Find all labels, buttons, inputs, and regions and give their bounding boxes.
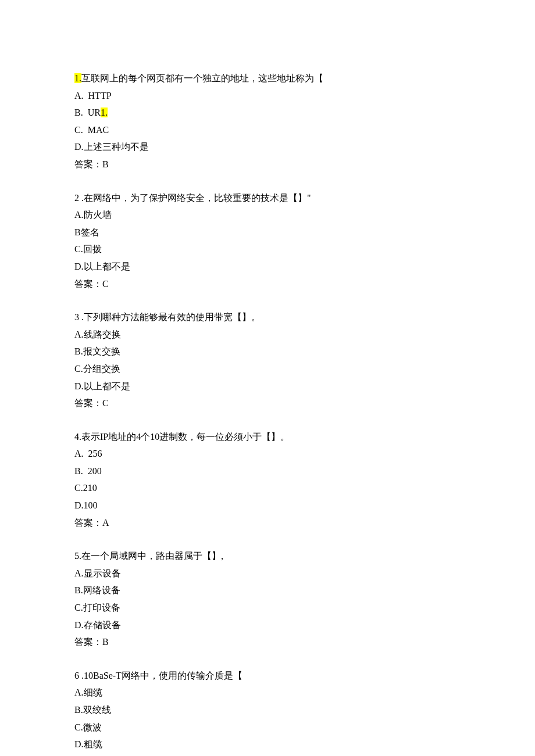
option-text-pre: B. UR xyxy=(74,108,101,117)
question-block: 5.在一个局域网中，路由器属于【】,A.显示设备B.网络设备C.打印设备D.存储… xyxy=(74,547,461,651)
option-text: A. HTTP xyxy=(74,91,112,101)
answer-line: 答案：A xyxy=(74,514,461,532)
option-text: C.回拨 xyxy=(74,244,102,254)
option-line: C.210 xyxy=(74,479,461,497)
option-text: D.以上都不是 xyxy=(74,261,130,271)
option-line: D.上述三种均不是 xyxy=(74,138,461,156)
option-line: C. MAC xyxy=(74,121,461,139)
question-text: 互联网上的每个网页都有一个独立的地址，这些地址称为【 xyxy=(81,73,323,83)
question-stem: 5.在一个局域网中，路由器属于【】, xyxy=(74,547,461,565)
option-line: B. 200 xyxy=(74,463,461,480)
question-text: 在一个局域网中，路由器属于【】, xyxy=(81,551,223,561)
option-text: D.100 xyxy=(74,500,98,510)
question-block: 4.表示IP地址的4个10进制数，每一位必须小于【】。A. 256B. 200C… xyxy=(74,428,461,532)
option-text: D.存储设备 xyxy=(74,620,121,630)
question-block: 1.互联网上的每个网页都有一个独立的地址，这些地址称为【A. HTTPB. UR… xyxy=(74,70,461,173)
option-text: B.报文交换 xyxy=(74,346,120,356)
option-line: A.细缆 xyxy=(74,684,461,701)
option-line: A.显示设备 xyxy=(74,565,461,582)
option-text: B. 200 xyxy=(74,466,102,476)
option-line: B签名 xyxy=(74,224,461,241)
option-text: D.以上都不是 xyxy=(74,381,130,391)
option-line: A. 256 xyxy=(74,445,461,463)
option-text: A. 256 xyxy=(74,449,102,458)
question-number: 5. xyxy=(74,551,81,561)
question-stem: 6 .10BaSe-T网络中，使用的传输介质是【 xyxy=(74,667,461,685)
option-line: C.打印设备 xyxy=(74,599,461,617)
question-stem: 3 .下列哪种方法能够最有效的使用带宽【】。 xyxy=(74,309,461,326)
option-line: D.存储设备 xyxy=(74,617,461,634)
option-line: D.以上都不是 xyxy=(74,258,461,275)
question-number: 4. xyxy=(74,432,81,442)
option-line: A.线路交换 xyxy=(74,326,461,343)
answer-line: 答案：C xyxy=(74,275,461,293)
option-text: C.打印设备 xyxy=(74,603,120,612)
question-text: 表示IP地址的4个10进制数，每一位必须小于【】。 xyxy=(81,432,290,442)
document-body: 1.互联网上的每个网页都有一个独立的地址，这些地址称为【A. HTTPB. UR… xyxy=(74,70,461,756)
option-line: B.网络设备 xyxy=(74,582,461,599)
question-stem: 2 .在网络中，为了保护网络安全，比较重要的技术是【】" xyxy=(74,189,461,207)
option-text: A.线路交换 xyxy=(74,329,121,339)
option-line: B.报文交换 xyxy=(74,343,461,360)
question-stem: 1.互联网上的每个网页都有一个独立的地址，这些地址称为【 xyxy=(74,70,461,87)
answer-line: 答案：B xyxy=(74,633,461,651)
option-line: D.粗缆 xyxy=(74,736,461,753)
question-stem: 4.表示IP地址的4个10进制数，每一位必须小于【】。 xyxy=(74,428,461,446)
question-number-highlight: 1. xyxy=(74,73,81,83)
option-text: A.防火墙 xyxy=(74,210,112,220)
option-text: B.双绞线 xyxy=(74,705,111,715)
option-line: C.回拨 xyxy=(74,241,461,258)
option-text: A.显示设备 xyxy=(74,568,121,578)
option-text: D.粗缆 xyxy=(74,739,102,749)
option-text: A.细缆 xyxy=(74,687,102,697)
question-block: 6 .10BaSe-T网络中，使用的传输介质是【A.细缆B.双绞线C.微波D.粗… xyxy=(74,667,461,756)
option-line: C.分组交换 xyxy=(74,360,461,378)
option-line: B. UR1. xyxy=(74,104,461,121)
question-text: 10BaSe-T网络中，使用的传输介质是【 xyxy=(84,671,242,680)
option-line: C.微波 xyxy=(74,719,461,736)
option-line: B.双绞线 xyxy=(74,701,461,719)
option-line: D.100 xyxy=(74,497,461,514)
question-text: 在网络中，为了保护网络安全，比较重要的技术是【】" xyxy=(84,193,311,203)
option-text: B签名 xyxy=(74,227,99,237)
option-text: C. MAC xyxy=(74,125,109,135)
answer-line: 答案：C xyxy=(74,395,461,412)
option-text: C.分组交换 xyxy=(74,364,120,374)
question-text: 下列哪种方法能够最有效的使用带宽【】。 xyxy=(84,312,261,322)
option-text: B.网络设备 xyxy=(74,585,120,595)
answer-line: 答案：B xyxy=(74,753,461,756)
question-number: 3 . xyxy=(74,312,84,322)
option-text: C.210 xyxy=(74,483,97,493)
option-line: A. HTTP xyxy=(74,87,461,105)
question-number: 6 . xyxy=(74,671,84,680)
option-text-highlight: 1. xyxy=(101,108,108,117)
option-text: C.微波 xyxy=(74,722,102,732)
question-number: 2 . xyxy=(74,193,84,203)
option-line: D.以上都不是 xyxy=(74,378,461,395)
option-line: A.防火墙 xyxy=(74,206,461,224)
option-text: D.上述三种均不是 xyxy=(74,142,149,152)
question-block: 3 .下列哪种方法能够最有效的使用带宽【】。A.线路交换B.报文交换C.分组交换… xyxy=(74,309,461,412)
question-block: 2 .在网络中，为了保护网络安全，比较重要的技术是【】"A.防火墙B签名C.回拨… xyxy=(74,189,461,293)
answer-line: 答案：B xyxy=(74,156,461,173)
